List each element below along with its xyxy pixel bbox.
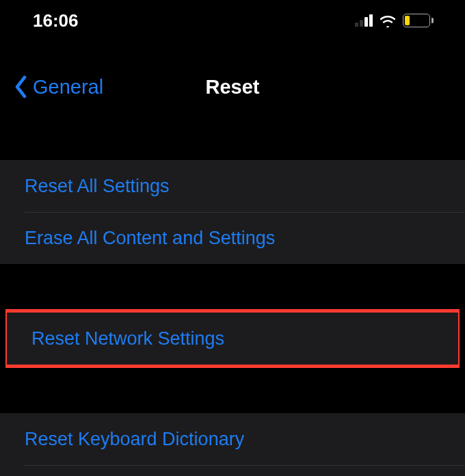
cellular-signal-icon: [355, 14, 373, 27]
settings-reset-screen: 16:06 General: [0, 0, 465, 476]
chevron-left-icon: [14, 75, 29, 98]
back-button[interactable]: General: [0, 75, 103, 98]
status-time: 16:06: [33, 10, 79, 31]
reset-list-2: Reset Network Settings: [7, 313, 458, 365]
section-gap: [0, 119, 465, 160]
page-title: Reset: [206, 76, 260, 98]
wifi-icon: [378, 14, 397, 27]
navigation-bar: General Reset: [0, 55, 465, 119]
highlight-box: Reset Network Settings: [5, 309, 460, 368]
back-label: General: [33, 76, 103, 98]
section-gap: [0, 264, 465, 309]
row-label: Erase All Content and Settings: [25, 228, 275, 249]
row-label: Reset Network Settings: [31, 328, 224, 349]
row-reset-network-settings[interactable]: Reset Network Settings: [7, 313, 458, 365]
row-label: Reset All Settings: [25, 176, 170, 197]
reset-list-3: Reset Keyboard Dictionary Reset Home Scr…: [0, 413, 465, 476]
section-gap: [0, 368, 465, 413]
battery-icon: [403, 14, 434, 27]
row-label: Reset Keyboard Dictionary: [25, 429, 244, 450]
row-reset-home-screen-layout[interactable]: Reset Home Screen Layout: [0, 465, 465, 476]
row-erase-all-content[interactable]: Erase All Content and Settings: [0, 212, 465, 264]
status-indicators: [355, 14, 434, 27]
row-reset-all-settings[interactable]: Reset All Settings: [0, 160, 465, 212]
row-reset-keyboard-dictionary[interactable]: Reset Keyboard Dictionary: [0, 413, 465, 465]
spacer: [0, 41, 465, 55]
status-bar: 16:06: [0, 0, 465, 41]
reset-list-1: Reset All Settings Erase All Content and…: [0, 160, 465, 264]
